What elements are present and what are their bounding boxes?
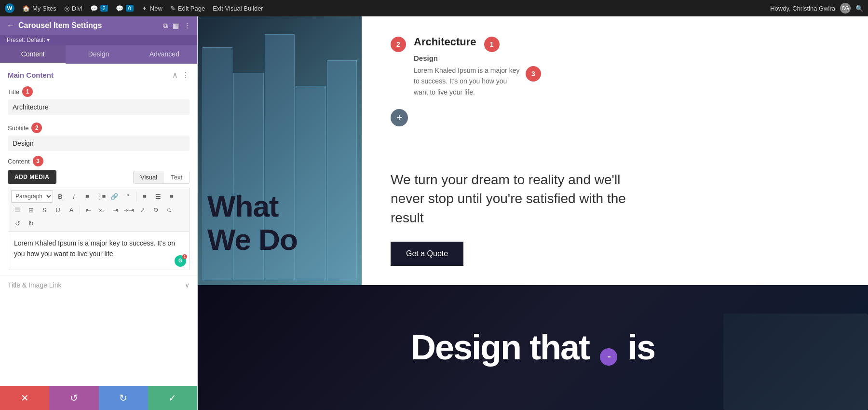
hero-section: WhatWe Do 2 Architecture <box>198 16 868 285</box>
indent-out-button[interactable]: ⇤ <box>82 204 95 216</box>
editor-toolbar: Paragraph B I ≡ ⋮≡ 🔗 " ≡ ☰ ≡ ☰ ⊞ S U <box>8 188 190 232</box>
link-button[interactable]: 🔗 <box>108 190 121 203</box>
bottom-action-bar: ✕ ↺ ↻ ✓ <box>0 386 197 410</box>
emoji-button[interactable]: ☺ <box>163 204 176 216</box>
bold-button[interactable]: B <box>54 190 67 203</box>
comment-icon: 💬 <box>90 5 98 12</box>
plus-icon: ＋ <box>141 4 148 13</box>
wp-admin-bar: W 🏠 My Sites ◎ Divi 💬 2 💬 0 ＋ New ✎ Edit… <box>0 0 868 16</box>
subtitle-badge: 2 <box>31 123 42 133</box>
title-badge: 1 <box>22 86 33 97</box>
fullscreen-button[interactable]: ⤢ <box>136 204 149 216</box>
back-arrow-icon[interactable]: ← <box>7 21 14 30</box>
align-center-button[interactable]: ☰ <box>152 190 164 203</box>
new-link[interactable]: ＋ New <box>141 4 163 13</box>
search-icon[interactable]: 🔍 <box>855 5 863 12</box>
tab-design[interactable]: Design <box>66 45 131 64</box>
collapse-icon[interactable]: ∧ <box>172 70 178 80</box>
text-color-button[interactable]: A <box>65 204 78 216</box>
align-justify-button[interactable]: ☰ <box>11 204 24 216</box>
preview-area: WhatWe Do 2 Architecture <box>198 16 868 410</box>
left-panel: ← Carousel Item Settings ⧉ ▦ ⋮ Preset: D… <box>0 16 198 410</box>
comment-bubble-icon: 💬 <box>116 5 123 12</box>
tagline-text: We turn your dream to reality and we'll … <box>391 170 632 227</box>
tab-advanced[interactable]: Advanced <box>132 45 197 64</box>
content-label: Content <box>8 158 30 165</box>
section-more-icon[interactable]: ⋮ <box>182 70 190 80</box>
redo-editor-button[interactable]: ↻ <box>25 217 37 230</box>
paragraph-select[interactable]: Paragraph <box>11 190 53 203</box>
save-button[interactable]: ✓ <box>148 386 197 410</box>
carousel-item: 2 Architecture 1 Design Lorem K <box>391 36 839 97</box>
carousel-item-body: Lorem Khaled Ipsum is a major key to suc… <box>414 65 520 97</box>
grammarly-badge: G 1 <box>175 255 186 267</box>
editor-body-text: Lorem Khaled Ipsum is a major key to suc… <box>14 239 175 258</box>
blockquote-button[interactable]: " <box>122 190 134 203</box>
toolbar-separator-1 <box>136 191 136 201</box>
hero-tagline: We turn your dream to reality and we'll … <box>391 170 839 266</box>
bottom-section-title: Design that ··· is <box>411 328 655 367</box>
carousel-number-3: 3 <box>526 66 541 82</box>
purple-dots: ··· <box>600 348 617 366</box>
greeting-text: Howdy, Christina Gwira <box>770 5 835 12</box>
edit-page-link[interactable]: ✎ Edit Page <box>170 5 205 12</box>
content-badge: 3 <box>33 156 43 166</box>
undo-editor-button[interactable]: ↺ <box>11 217 24 230</box>
tabs-bar: Content Design Advanced <box>0 45 197 64</box>
carousel-number-1: 1 <box>484 37 500 52</box>
divi-link[interactable]: ◎ Divi <box>64 5 82 12</box>
redo-button[interactable]: ↻ <box>99 386 148 410</box>
building-col-5 <box>327 60 357 280</box>
special-char-button[interactable]: Ω <box>149 204 162 216</box>
preset-chevron-icon[interactable]: ▾ <box>47 37 50 43</box>
unordered-list-button[interactable]: ≡ <box>81 190 94 203</box>
tab-content[interactable]: Content <box>0 45 66 64</box>
subtitle-input[interactable] <box>8 136 190 151</box>
editor-content[interactable]: Lorem Khaled Ipsum is a major key to suc… <box>8 232 190 270</box>
panel-header: ← Carousel Item Settings ⧉ ▦ ⋮ <box>0 16 197 35</box>
table-button[interactable]: ⊞ <box>25 204 37 216</box>
align-left-button[interactable]: ≡ <box>138 190 151 203</box>
avatar: CG <box>840 3 851 14</box>
carousel-number-2: 2 <box>391 37 406 52</box>
collapsed-section-label: Title & Image Link <box>8 281 62 289</box>
my-sites-link[interactable]: 🏠 My Sites <box>22 5 56 12</box>
visual-builder-area: WhatWe Do 2 Architecture <box>198 16 868 410</box>
title-image-link-section[interactable]: Title & Image Link ∨ <box>0 275 197 295</box>
subscript-button[interactable]: x₂ <box>95 204 108 216</box>
section-title-text: Main Content <box>8 71 54 79</box>
italic-button[interactable]: I <box>68 190 80 203</box>
preset-label: Preset: Default <box>7 37 45 43</box>
divi-icon: ◎ <box>64 5 69 12</box>
subtitle-label: Subtitle <box>8 124 28 132</box>
building-image: WhatWe Do <box>198 16 362 285</box>
main-content-section-header: Main Content ∧ ⋮ <box>0 64 197 83</box>
underline-button[interactable]: U <box>52 204 64 216</box>
title-input[interactable] <box>8 99 190 115</box>
comment-count-link[interactable]: 💬 0 <box>116 5 134 12</box>
indent-in-button[interactable]: ⇥ <box>109 204 122 216</box>
cancel-button[interactable]: ✕ <box>0 386 49 410</box>
clone-icon[interactable]: ⧉ <box>163 22 168 30</box>
get-quote-button[interactable]: Get a Quote <box>391 242 463 266</box>
wordpress-icon[interactable]: W <box>5 3 14 13</box>
exit-visual-builder-link[interactable]: Exit Visual Builder <box>213 5 263 12</box>
undo-button[interactable]: ↺ <box>49 386 98 410</box>
indent-more-button[interactable]: ⇥⇥ <box>122 204 135 216</box>
carousel-item-title: Architecture <box>414 36 476 48</box>
bottom-dark-image <box>723 314 868 410</box>
pencil-icon: ✎ <box>170 5 176 12</box>
title-field-group: Title 1 <box>0 83 197 120</box>
strikethrough-button[interactable]: S <box>38 204 51 216</box>
add-media-button[interactable]: ADD MEDIA <box>8 170 56 184</box>
bottom-section: Design that ··· is <box>198 285 868 410</box>
more-icon[interactable]: ⋮ <box>184 22 190 30</box>
text-tab[interactable]: Text <box>164 171 189 183</box>
align-right-button[interactable]: ≡ <box>165 190 178 203</box>
add-carousel-item-button[interactable]: + <box>391 109 408 126</box>
visual-tab[interactable]: Visual <box>134 171 164 183</box>
visual-text-toggle: Visual Text <box>133 171 190 184</box>
ordered-list-button[interactable]: ⋮≡ <box>95 190 107 203</box>
comments-link[interactable]: 💬 2 <box>90 5 108 12</box>
grid-icon[interactable]: ▦ <box>173 22 179 30</box>
